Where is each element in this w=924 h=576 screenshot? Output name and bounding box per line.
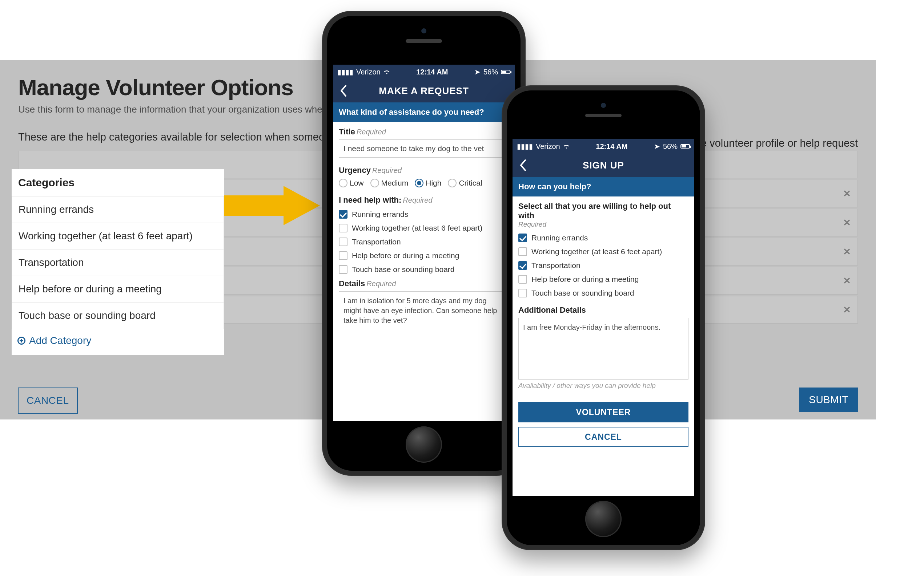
category-item[interactable]: Help before or during a meeting xyxy=(12,276,224,302)
details-textarea[interactable]: I am in isolation for 5 more days and my… xyxy=(339,291,509,331)
delete-icon[interactable]: ✕ xyxy=(843,275,851,286)
urgency-radio-low[interactable]: Low xyxy=(339,179,364,187)
category-item[interactable]: Working together (at least 6 feet apart) xyxy=(12,223,224,250)
section-header: How can you help? xyxy=(513,177,694,197)
status-bar: ▮▮▮▮ Verizon 12:14 AM ➤ 56% xyxy=(333,65,515,79)
wifi-icon xyxy=(383,68,390,76)
help-checkbox[interactable]: Touch base or sounding board xyxy=(339,265,509,274)
categories-highlight-panel: Categories Running errands Working toget… xyxy=(12,169,224,355)
status-bar: ▮▮▮▮ Verizon 12:14 AM ➤ 56% xyxy=(513,139,694,154)
submit-button[interactable]: SUBMIT xyxy=(799,387,858,412)
category-item[interactable]: Touch base or sounding board xyxy=(12,302,224,329)
urgency-label: UrgencyRequired xyxy=(339,166,509,175)
cancel-button[interactable]: CANCEL xyxy=(18,387,78,414)
phone-camera-icon xyxy=(601,103,606,108)
clock-label: 12:14 AM xyxy=(390,68,474,76)
section-header: What kind of assistance do you need? xyxy=(333,102,515,122)
delete-icon[interactable]: ✕ xyxy=(843,246,851,258)
help-checkbox[interactable]: Working together (at least 6 feet apart) xyxy=(518,247,688,256)
categories-header: Categories xyxy=(12,169,224,197)
battery-percent: 56% xyxy=(483,68,498,76)
help-checkbox[interactable]: Transportation xyxy=(518,261,688,270)
title-label: TitleRequired xyxy=(339,127,509,136)
add-category-button[interactable]: Add Category xyxy=(12,329,224,355)
phone-mockup-signup: ▮▮▮▮ Verizon 12:14 AM ➤ 56% SIGN UP How … xyxy=(502,85,705,550)
phone-earpiece-icon xyxy=(585,114,622,117)
help-checkbox[interactable]: Help before or during a meeting xyxy=(339,251,509,260)
urgency-radio-high[interactable]: High xyxy=(415,179,441,187)
nav-title: SIGN UP xyxy=(583,160,624,171)
delete-icon[interactable]: ✕ xyxy=(843,217,851,229)
additional-details-label: Additional Details xyxy=(518,306,688,315)
arrow-icon xyxy=(222,186,320,225)
additional-details-placeholder: Availability / other ways you can provid… xyxy=(518,382,688,390)
wifi-icon xyxy=(563,142,569,151)
phone-camera-icon xyxy=(421,28,427,34)
phone-screen: ▮▮▮▮ Verizon 12:14 AM ➤ 56% MAKE A REQUE… xyxy=(333,65,515,421)
help-checkbox[interactable]: Running errands xyxy=(339,210,509,219)
signup-form: Select all that you are willing to help … xyxy=(513,197,694,395)
signal-icon: ▮▮▮▮ xyxy=(517,142,533,151)
help-checkbox[interactable]: Working together (at least 6 feet apart) xyxy=(339,224,509,232)
battery-icon xyxy=(680,144,690,149)
phone-screen: ▮▮▮▮ Verizon 12:14 AM ➤ 56% SIGN UP How … xyxy=(513,139,694,496)
desc-left-fragment: These are the help categories available … xyxy=(18,131,342,143)
required-label: Required xyxy=(518,221,688,229)
home-button[interactable] xyxy=(406,426,442,463)
location-icon: ➤ xyxy=(654,142,660,151)
clock-label: 12:14 AM xyxy=(569,142,654,151)
battery-icon xyxy=(501,70,510,74)
help-checkbox[interactable]: Running errands xyxy=(518,234,688,242)
title-input[interactable]: I need someone to take my dog to the vet xyxy=(339,139,509,158)
help-checkbox[interactable]: Transportation xyxy=(339,237,509,246)
urgency-radio-critical[interactable]: Critical xyxy=(448,179,482,187)
nav-bar: SIGN UP xyxy=(513,154,694,177)
nav-title: MAKE A REQUEST xyxy=(379,85,469,97)
details-label: DetailsRequired xyxy=(339,279,509,288)
phone-mockup-request: ▮▮▮▮ Verizon 12:14 AM ➤ 56% MAKE A REQUE… xyxy=(322,11,526,476)
location-icon: ➤ xyxy=(474,67,481,76)
cancel-button[interactable]: CANCEL xyxy=(518,427,688,447)
category-item[interactable]: Running errands xyxy=(12,197,224,223)
svg-marker-0 xyxy=(222,186,320,225)
urgency-radio-medium[interactable]: Medium xyxy=(371,179,409,187)
nav-bar: MAKE A REQUEST xyxy=(333,79,515,102)
carrier-label: Verizon xyxy=(536,142,560,151)
back-button[interactable] xyxy=(514,154,532,177)
add-category-label: Add Category xyxy=(29,335,91,346)
delete-icon[interactable]: ✕ xyxy=(843,188,851,199)
select-all-label: Select all that you are willing to help … xyxy=(518,202,688,221)
volunteer-button[interactable]: VOLUNTEER xyxy=(518,402,688,422)
home-button[interactable] xyxy=(585,501,622,537)
plus-circle-icon xyxy=(18,337,26,345)
phone-earpiece-icon xyxy=(406,39,442,43)
urgency-group: Low Medium High Critical xyxy=(339,179,509,187)
delete-icon[interactable]: ✕ xyxy=(843,304,851,315)
signal-icon: ▮▮▮▮ xyxy=(337,67,353,76)
battery-percent: 56% xyxy=(663,142,677,151)
help-checkbox[interactable]: Touch base or sounding board xyxy=(518,289,688,298)
help-with-label: I need help with:Required xyxy=(339,195,509,205)
additional-details-textarea[interactable]: I am free Monday-Friday in the afternoon… xyxy=(518,318,688,379)
carrier-label: Verizon xyxy=(356,68,380,76)
help-checkbox[interactable]: Help before or during a meeting xyxy=(518,275,688,284)
back-button[interactable] xyxy=(334,79,353,102)
request-form: TitleRequired I need someone to take my … xyxy=(333,122,515,337)
category-item[interactable]: Transportation xyxy=(12,250,224,276)
